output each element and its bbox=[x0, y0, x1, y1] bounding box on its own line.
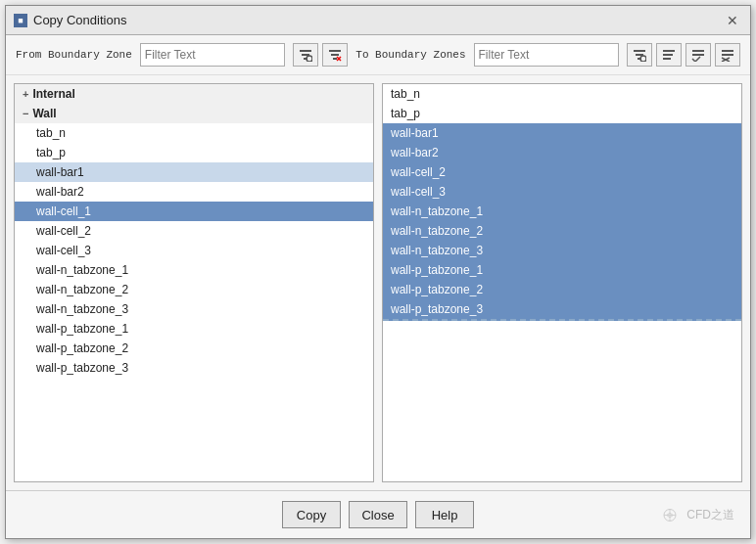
svg-rect-15 bbox=[663, 54, 673, 56]
from-list-item-label: wall-bar1 bbox=[36, 165, 84, 179]
to-list-item[interactable]: wall-p_tabzone_1 bbox=[383, 260, 741, 280]
to-filter-input[interactable] bbox=[474, 43, 619, 67]
to-list-item-label: wall-cell_3 bbox=[391, 185, 446, 199]
from-list-item[interactable]: wall-n_tabzone_1 bbox=[15, 260, 373, 280]
svg-rect-16 bbox=[663, 58, 671, 60]
to-list-item[interactable]: tab_p bbox=[383, 104, 741, 123]
main-content: +Internal−Walltab_ntab_pwall-bar1wall-ba… bbox=[6, 75, 750, 490]
from-list-item[interactable]: wall-bar1 bbox=[15, 162, 373, 182]
sort-icon bbox=[662, 48, 676, 62]
svg-rect-17 bbox=[692, 50, 704, 52]
to-list-panel[interactable]: tab_ntab_pwall-bar1wall-bar2wall-cell_2w… bbox=[382, 83, 742, 482]
from-list-item-label: wall-bar2 bbox=[36, 185, 84, 199]
to-list-item[interactable]: wall-p_tabzone_3 bbox=[383, 299, 741, 321]
to-uncheck-btn[interactable] bbox=[715, 43, 740, 67]
to-list-item[interactable]: wall-n_tabzone_3 bbox=[383, 241, 741, 260]
from-list-item-label: wall-n_tabzone_2 bbox=[36, 283, 128, 296]
from-list-item[interactable]: wall-cell_2 bbox=[15, 221, 373, 241]
to-check-btn[interactable] bbox=[685, 43, 711, 67]
from-list-item[interactable]: wall-p_tabzone_2 bbox=[15, 339, 373, 358]
from-filter-input[interactable] bbox=[140, 43, 285, 67]
from-list-item[interactable]: tab_n bbox=[15, 123, 373, 143]
filter-icon bbox=[299, 48, 312, 62]
svg-rect-10 bbox=[634, 50, 645, 52]
from-list-item-label: Internal bbox=[32, 87, 74, 101]
from-list-item-label: tab_n bbox=[36, 126, 66, 140]
to-list-item-label: wall-p_tabzone_2 bbox=[391, 283, 483, 296]
to-list-item[interactable]: wall-p_tabzone_2 bbox=[383, 280, 741, 299]
from-list-item-label: wall-cell_1 bbox=[36, 204, 91, 218]
from-list-item-label: wall-n_tabzone_1 bbox=[36, 263, 128, 277]
to-list-item[interactable]: wall-n_tabzone_2 bbox=[383, 221, 741, 241]
from-list-item[interactable]: wall-cell_1 bbox=[15, 202, 373, 221]
from-list-item-label: wall-p_tabzone_2 bbox=[36, 341, 128, 355]
main-window: ■ Copy Conditions ✕ From Boundary Zone bbox=[5, 5, 751, 539]
clear-filter-icon bbox=[328, 48, 342, 62]
from-list-item[interactable]: wall-n_tabzone_3 bbox=[15, 299, 373, 319]
to-filter-icon bbox=[633, 48, 646, 62]
svg-rect-5 bbox=[329, 50, 341, 52]
to-list-item-label: wall-bar2 bbox=[391, 146, 439, 159]
svg-rect-20 bbox=[722, 54, 733, 56]
svg-rect-19 bbox=[722, 50, 733, 52]
close-window-button[interactable]: ✕ bbox=[723, 11, 742, 30]
to-list-item-label: wall-n_tabzone_1 bbox=[391, 204, 483, 218]
check-icon bbox=[691, 48, 705, 62]
from-list-panel[interactable]: +Internal−Walltab_ntab_pwall-bar1wall-ba… bbox=[14, 83, 374, 482]
to-list-item-label: tab_n bbox=[391, 87, 420, 101]
to-list-item[interactable]: wall-cell_2 bbox=[383, 162, 741, 182]
cfd-logo-icon bbox=[662, 507, 682, 522]
from-list-item-label: wall-cell_2 bbox=[36, 224, 91, 238]
from-list-item[interactable]: −Wall bbox=[15, 104, 373, 123]
from-list-item[interactable]: +Internal bbox=[15, 84, 373, 104]
window-title: Copy Conditions bbox=[33, 13, 126, 27]
to-filter-btn[interactable] bbox=[627, 43, 652, 67]
to-toolbar-buttons bbox=[627, 43, 740, 67]
svg-rect-0 bbox=[300, 50, 311, 52]
from-toolbar-buttons bbox=[293, 43, 348, 67]
svg-rect-6 bbox=[331, 54, 339, 56]
svg-rect-14 bbox=[663, 50, 675, 52]
watermark-text: CFD之道 bbox=[686, 507, 734, 523]
from-list-item[interactable]: wall-p_tabzone_3 bbox=[15, 358, 373, 378]
from-list-item[interactable]: tab_p bbox=[15, 143, 373, 162]
to-sort-btn[interactable] bbox=[656, 43, 682, 67]
from-label: From Boundary Zone bbox=[16, 49, 132, 61]
from-filter-btn[interactable] bbox=[293, 43, 318, 67]
from-list-item-label: tab_p bbox=[36, 146, 66, 159]
to-list-item[interactable]: tab_n bbox=[383, 84, 741, 104]
from-list-item[interactable]: wall-p_tabzone_1 bbox=[15, 319, 373, 339]
svg-rect-7 bbox=[333, 58, 337, 60]
to-list-item[interactable]: wall-n_tabzone_1 bbox=[383, 202, 741, 221]
copy-button[interactable]: Copy bbox=[282, 501, 341, 528]
title-bar-left: ■ Copy Conditions bbox=[14, 13, 126, 27]
from-list-item-label: wall-n_tabzone_3 bbox=[36, 302, 128, 316]
to-list-item-label: wall-n_tabzone_3 bbox=[391, 244, 483, 257]
from-list-item-label: Wall bbox=[32, 107, 56, 120]
to-list-item-label: wall-n_tabzone_2 bbox=[391, 224, 483, 238]
from-list-item[interactable]: wall-bar2 bbox=[15, 182, 373, 202]
svg-line-4 bbox=[311, 61, 312, 62]
to-list-item-label: wall-cell_2 bbox=[391, 165, 446, 179]
toolbar: From Boundary Zone bbox=[6, 35, 750, 75]
to-label: To Boundary Zones bbox=[355, 49, 465, 61]
uncheck-icon bbox=[721, 48, 734, 62]
to-list-item[interactable]: wall-bar2 bbox=[383, 143, 741, 162]
from-list-item[interactable]: wall-n_tabzone_2 bbox=[15, 280, 373, 299]
close-button[interactable]: Close bbox=[349, 501, 407, 528]
to-list-item-label: wall-p_tabzone_1 bbox=[391, 263, 483, 277]
to-list-item[interactable]: wall-cell_3 bbox=[383, 182, 741, 202]
from-list-item-label: wall-p_tabzone_3 bbox=[36, 361, 128, 375]
from-clear-btn[interactable] bbox=[322, 43, 348, 67]
to-list-item-label: wall-bar1 bbox=[391, 126, 439, 140]
from-list-item-label: wall-cell_3 bbox=[36, 244, 91, 257]
from-list-item[interactable]: wall-cell_3 bbox=[15, 241, 373, 260]
svg-rect-18 bbox=[692, 54, 704, 56]
to-list-item-label: tab_p bbox=[391, 107, 420, 120]
from-list-item-label: wall-p_tabzone_1 bbox=[36, 322, 128, 336]
to-list-item-label: wall-p_tabzone_3 bbox=[391, 302, 483, 316]
window-icon: ■ bbox=[14, 14, 27, 27]
help-button[interactable]: Help bbox=[415, 501, 474, 528]
title-bar: ■ Copy Conditions ✕ bbox=[6, 6, 750, 35]
to-list-item[interactable]: wall-bar1 bbox=[383, 123, 741, 143]
